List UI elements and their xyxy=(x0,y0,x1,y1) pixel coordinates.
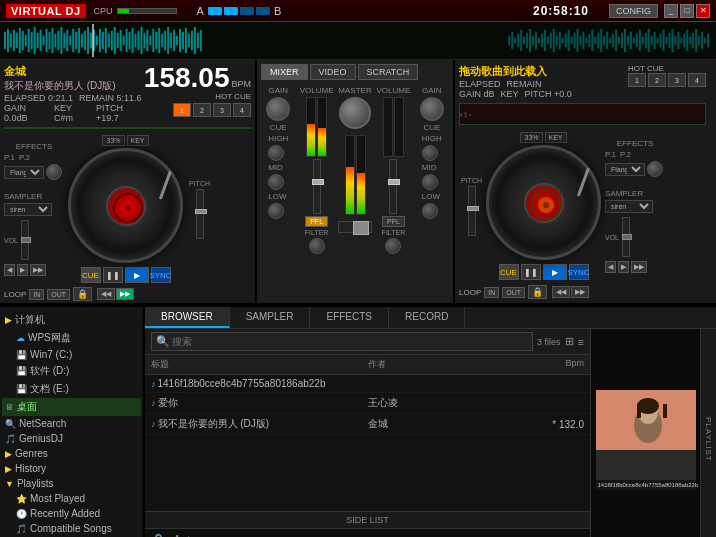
right-loop-2[interactable]: ▶▶ xyxy=(571,286,589,298)
right-high-knob[interactable] xyxy=(422,145,438,161)
sidebar-playlists[interactable]: ▼ Playlists xyxy=(2,476,141,491)
sidebar-genres[interactable]: ▶ Genres xyxy=(2,446,141,461)
file-row-3[interactable]: ♪ 我不是你要的男人 (DJ版) 金城 * 132.0 xyxy=(145,414,590,435)
left-vol-fader[interactable] xyxy=(21,220,29,260)
right-turntable[interactable] xyxy=(486,145,601,260)
browser-sidebar[interactable]: ▶ 计算机 ☁ WPS网盘 💾 Win7 (C:) 💾 软件 (D:) 💾 文档… xyxy=(0,307,145,537)
sidebar-computer[interactable]: ▶ 计算机 xyxy=(2,311,141,329)
tab-scratch[interactable]: SCRATCH xyxy=(358,64,419,80)
right-out-button[interactable]: OUT xyxy=(502,287,525,298)
sidebar-compatible-songs-label: Compatible Songs xyxy=(30,523,112,534)
left-cue-button[interactable]: CUE xyxy=(81,267,101,283)
left-vol-fader-v[interactable] xyxy=(313,159,321,214)
right-filter-knob[interactable] xyxy=(385,238,401,254)
left-gain-knob[interactable] xyxy=(266,97,290,121)
tab-sampler[interactable]: SAMPLER xyxy=(230,307,311,328)
sidebar-desktop[interactable]: 🖥 桌面 xyxy=(2,398,141,416)
left-high-knob[interactable] xyxy=(268,145,284,161)
sidebar-most-played[interactable]: ⭐ Most Played xyxy=(2,491,141,506)
file-row-2[interactable]: ♪ 爱你 王心凌 xyxy=(145,393,590,414)
right-effect-knob[interactable] xyxy=(647,161,663,177)
left-sync-button[interactable]: SYNC xyxy=(151,267,171,283)
left-play-button[interactable]: ▶ xyxy=(125,267,149,283)
right-hc-3[interactable]: 3 xyxy=(668,73,686,87)
file-row-1[interactable]: ♪ 1416f18b0cce8c4b7755a80186ab22b xyxy=(145,375,590,393)
view-icon[interactable]: ≡ xyxy=(578,336,584,348)
left-loop-2[interactable]: ▶▶ xyxy=(116,288,134,300)
right-sampler-select[interactable]: siren xyxy=(605,200,653,213)
right-hc-1[interactable]: 1 xyxy=(628,73,646,87)
tab-effects[interactable]: EFFECTS xyxy=(310,307,389,328)
left-hc-3[interactable]: 3 xyxy=(213,103,231,117)
right-vol-fader[interactable] xyxy=(622,217,630,257)
right-sampler-prev[interactable]: ◀ xyxy=(605,261,616,273)
sidebar-history[interactable]: ▶ History xyxy=(2,461,141,476)
left-in-button[interactable]: IN xyxy=(29,289,44,300)
left-pfl-btn[interactable]: PFL xyxy=(305,216,328,227)
right-pitch-fader[interactable] xyxy=(468,186,476,236)
sidebar-software[interactable]: 💾 软件 (D:) xyxy=(2,362,141,380)
crossfader[interactable] xyxy=(338,221,372,233)
minimize-button[interactable]: _ xyxy=(664,4,678,18)
sidebar-win7[interactable]: 💾 Win7 (C:) xyxy=(2,347,141,362)
right-gain-knob[interactable] xyxy=(420,97,444,121)
right-hc-2[interactable]: 2 xyxy=(648,73,666,87)
left-out-button[interactable]: OUT xyxy=(47,289,70,300)
left-pause-button[interactable]: ❚❚ xyxy=(103,267,123,283)
right-pfl-btn[interactable]: PFL xyxy=(382,216,405,227)
sidebar-compatible-songs[interactable]: 🎵 Compatible Songs xyxy=(2,521,141,536)
tab-browser[interactable]: BROWSER xyxy=(145,307,230,328)
left-mid-knob[interactable] xyxy=(268,174,284,190)
right-cue-button[interactable]: CUE xyxy=(499,264,519,280)
svg-rect-99 xyxy=(597,33,599,49)
maximize-button[interactable]: □ xyxy=(680,4,694,18)
tab-mixer[interactable]: MIXER xyxy=(261,64,308,80)
left-turntable[interactable] xyxy=(68,148,183,263)
sidebar-wps[interactable]: ☁ WPS网盘 xyxy=(2,329,141,347)
left-sampler-select[interactable]: siren xyxy=(4,203,52,216)
left-filter-knob[interactable] xyxy=(309,238,325,254)
right-mid-knob[interactable] xyxy=(422,174,438,190)
right-deck-waveform[interactable] xyxy=(459,103,706,125)
close-button[interactable]: ✕ xyxy=(696,4,710,18)
left-hc-1[interactable]: 1 xyxy=(173,103,191,117)
right-sampler-play[interactable]: ▶ xyxy=(618,261,629,273)
left-low-knob[interactable] xyxy=(268,203,284,219)
side-list-bar[interactable]: SIDE LIST xyxy=(145,511,590,528)
left-loop-1[interactable]: ◀◀ xyxy=(97,288,115,300)
right-pause-button[interactable]: ❚❚ xyxy=(521,264,541,280)
right-low-knob[interactable] xyxy=(422,203,438,219)
left-deck-waveform[interactable] xyxy=(4,127,251,129)
left-hc-4[interactable]: 4 xyxy=(233,103,251,117)
sidebar-docs[interactable]: 💾 文档 (E:) xyxy=(2,380,141,398)
right-play-button[interactable]: ▶ xyxy=(543,264,567,280)
master-knob[interactable] xyxy=(339,97,371,129)
left-sampler-prev[interactable]: ◀ xyxy=(4,264,15,276)
playlist-tab[interactable]: PLAYLIST xyxy=(700,329,716,537)
search-input[interactable] xyxy=(172,336,528,347)
sort-icon[interactable]: ⊞ xyxy=(565,335,574,348)
sidebar-netsearch[interactable]: 🔍 NetSearch xyxy=(2,416,141,431)
right-in-button[interactable]: IN xyxy=(484,287,499,298)
tab-record[interactable]: RECORD xyxy=(389,307,465,328)
left-sampler-next[interactable]: ▶▶ xyxy=(30,264,46,276)
sidebar-recently-added[interactable]: 🕐 Recently Added xyxy=(2,506,141,521)
right-effect-select[interactable]: Flanger xyxy=(605,163,645,176)
right-loop-1[interactable]: ◀◀ xyxy=(552,286,570,298)
left-effect-knob[interactable] xyxy=(46,164,62,180)
right-hc-4[interactable]: 4 xyxy=(688,73,706,87)
left-hc-2[interactable]: 2 xyxy=(193,103,211,117)
left-effect-select[interactable]: Flanger xyxy=(4,166,44,179)
right-vol-fader-v[interactable] xyxy=(389,159,397,214)
right-sync-button[interactable]: SYNC xyxy=(569,264,589,280)
left-sampler-play[interactable]: ▶ xyxy=(17,264,28,276)
arrow-icon[interactable]: ▶ xyxy=(188,533,197,538)
left-pitch-fader[interactable] xyxy=(196,189,204,239)
config-button[interactable]: CONFIG xyxy=(609,4,658,18)
add-icon[interactable]: ✚ xyxy=(172,533,182,538)
tab-video[interactable]: VIDEO xyxy=(310,64,356,80)
search-box[interactable]: 🔍 xyxy=(151,332,533,351)
lock-icon[interactable]: 🔒 xyxy=(151,533,166,538)
sidebar-geniusdj[interactable]: 🎵 GeniusDJ xyxy=(2,431,141,446)
right-sampler-next[interactable]: ▶▶ xyxy=(631,261,647,273)
